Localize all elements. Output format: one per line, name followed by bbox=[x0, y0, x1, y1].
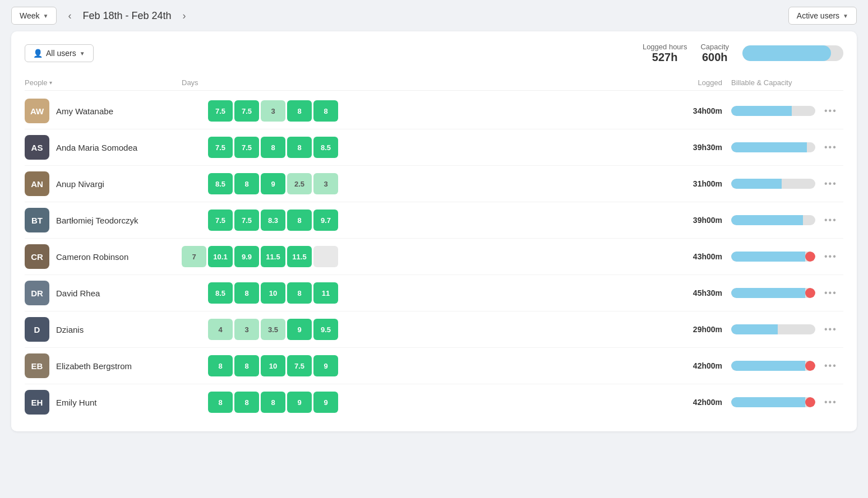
avatar-initials: AW bbox=[30, 106, 44, 116]
person-cell: EB Elizabeth Bergstrom bbox=[25, 353, 182, 378]
day-box-4: 7.5 bbox=[287, 355, 312, 376]
avatar-initials: AN bbox=[31, 179, 43, 189]
billable-cell: ••• bbox=[731, 395, 843, 409]
overflow-dot bbox=[805, 397, 815, 407]
avatar: EH bbox=[25, 390, 49, 415]
more-options-button[interactable]: ••• bbox=[821, 322, 841, 337]
day-empty-0 bbox=[182, 392, 206, 413]
person-icon: 👤 bbox=[33, 49, 43, 58]
user-name: Cameron Robinson bbox=[56, 252, 128, 262]
overflow-dot bbox=[805, 252, 815, 262]
logged-cell: 29h00m bbox=[681, 325, 731, 334]
billable-cell: ••• bbox=[731, 359, 843, 373]
active-users-button[interactable]: Active users ▼ bbox=[788, 7, 857, 25]
week-selector[interactable]: Week ▼ bbox=[11, 7, 57, 25]
day-empty-6 bbox=[340, 137, 364, 158]
person-cell: AS Anda Maria Somodea bbox=[25, 135, 182, 160]
bar-track bbox=[731, 288, 815, 298]
logged-label: Logged hours bbox=[643, 43, 687, 51]
day-box-4: 11.5 bbox=[287, 246, 312, 267]
avatar: CR bbox=[25, 244, 49, 269]
all-users-label: All users bbox=[46, 49, 76, 58]
days-cell: 88899 bbox=[182, 392, 681, 413]
user-name: Bartłomiej Teodorczyk bbox=[56, 216, 138, 225]
day-box-3: 3 bbox=[261, 100, 285, 122]
more-options-button[interactable]: ••• bbox=[821, 249, 841, 264]
day-box-4: 8 bbox=[287, 282, 312, 304]
day-empty-0 bbox=[182, 319, 206, 340]
avatar: BT bbox=[25, 208, 49, 232]
person-cell: D Dzianis bbox=[25, 317, 182, 342]
active-users-container: Active users ▼ bbox=[788, 7, 857, 25]
table-row: DR David Rhea 8.5810811 45h30m ••• bbox=[25, 275, 843, 311]
active-users-label: Active users bbox=[797, 11, 839, 20]
day-box-2: 8 bbox=[234, 355, 259, 376]
user-name: Anda Maria Somodea bbox=[56, 143, 137, 152]
more-options-button[interactable]: ••• bbox=[821, 359, 841, 373]
people-sort[interactable]: People ▾ bbox=[25, 78, 182, 87]
person-cell: CR Cameron Robinson bbox=[25, 244, 182, 269]
day-box-4: 8 bbox=[287, 100, 312, 122]
logged-cell: 45h30m bbox=[681, 288, 731, 297]
more-options-button[interactable]: ••• bbox=[821, 140, 841, 155]
billable-cell: ••• bbox=[731, 176, 843, 191]
user-name: Anup Nivargi bbox=[56, 179, 104, 189]
day-box-2: 9.9 bbox=[234, 246, 259, 267]
day-box-5: 9 bbox=[313, 392, 338, 413]
bar-blue bbox=[731, 397, 805, 407]
avatar-initials: EB bbox=[31, 361, 43, 371]
sort-icon: ▾ bbox=[49, 80, 52, 86]
days-cell: 433.599.5 bbox=[182, 319, 681, 340]
next-week-button[interactable]: › bbox=[178, 8, 191, 24]
avatar: DR bbox=[25, 281, 49, 305]
days-cell: 8.5810811 bbox=[182, 282, 681, 304]
day-box-5: 8.5 bbox=[313, 137, 338, 158]
bar-blue bbox=[731, 361, 805, 371]
day-box-4: 8 bbox=[287, 137, 312, 158]
prev-week-button[interactable]: ‹ bbox=[63, 8, 76, 24]
day-box-3: 11.5 bbox=[261, 246, 285, 267]
person-cell: AW Amy Watanabe bbox=[25, 99, 182, 123]
avatar-initials: DR bbox=[31, 288, 43, 298]
day-box-5: 8 bbox=[313, 100, 338, 122]
more-options-button[interactable]: ••• bbox=[821, 176, 841, 191]
overflow-dot bbox=[805, 288, 815, 298]
more-options-button[interactable]: ••• bbox=[821, 104, 841, 118]
day-box-1: 8.5 bbox=[208, 173, 233, 194]
bar-blue bbox=[731, 288, 805, 298]
avatar: D bbox=[25, 317, 49, 342]
day-box-1: 10.1 bbox=[208, 246, 233, 267]
bar-blue bbox=[731, 179, 782, 189]
day-empty-0 bbox=[182, 282, 206, 304]
more-options-button[interactable]: ••• bbox=[821, 286, 841, 300]
week-label: Week bbox=[20, 11, 40, 20]
all-users-button[interactable]: 👤 All users ▼ bbox=[25, 44, 94, 62]
logged-label: Logged bbox=[698, 78, 722, 87]
day-box-5: 9.7 bbox=[313, 210, 338, 231]
more-options-button[interactable]: ••• bbox=[821, 213, 841, 227]
day-box-3: 10 bbox=[261, 355, 285, 376]
more-options-button[interactable]: ••• bbox=[821, 395, 841, 409]
days-cell: 88107.59 bbox=[182, 355, 681, 376]
days-cell: 8.5892.53 bbox=[182, 173, 681, 194]
active-users-arrow: ▼ bbox=[843, 13, 848, 19]
col-days-header: Days bbox=[182, 78, 681, 87]
overflow-dot bbox=[805, 361, 815, 371]
logged-cell: 42h00m bbox=[681, 361, 731, 370]
day-empty-6 bbox=[340, 100, 364, 122]
day-empty-0 bbox=[182, 173, 206, 194]
person-cell: BT Bartłomiej Teodorczyk bbox=[25, 208, 182, 232]
bar-track bbox=[731, 179, 815, 189]
avatar-initials: AS bbox=[31, 143, 43, 152]
top-controls: 👤 All users ▼ Logged hours 527h Capacity… bbox=[25, 43, 843, 64]
billable-cell: ••• bbox=[731, 322, 843, 337]
day-box-5: 3 bbox=[313, 173, 338, 194]
day-box-2: 7.5 bbox=[234, 137, 259, 158]
day-box-5 bbox=[313, 246, 338, 267]
user-name: David Rhea bbox=[56, 288, 100, 298]
summary-right: Logged hours 527h Capacity 600h bbox=[643, 43, 843, 64]
date-range: Feb 18th - Feb 24th bbox=[82, 10, 171, 22]
capacity-bar bbox=[742, 45, 843, 61]
logged-summary: Logged hours 527h bbox=[643, 43, 687, 64]
bar-track bbox=[731, 361, 815, 371]
